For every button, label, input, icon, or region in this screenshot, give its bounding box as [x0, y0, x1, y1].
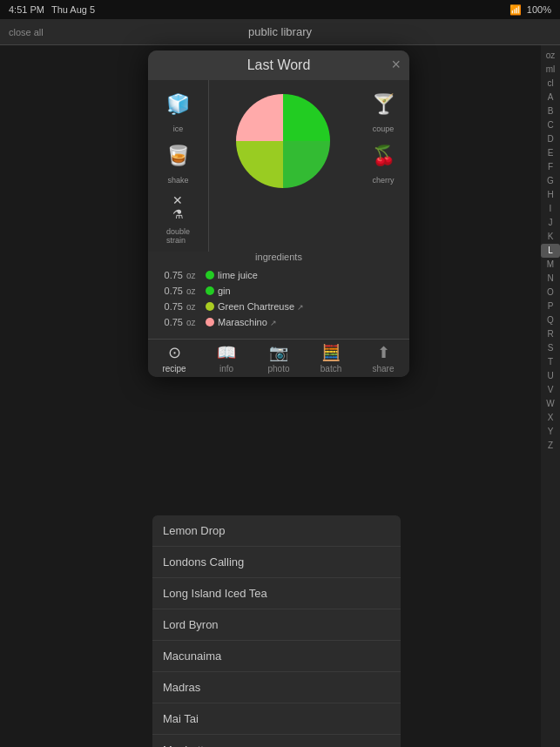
alpha-item-w[interactable]: W [541, 397, 560, 411]
alpha-item-m[interactable]: M [541, 258, 560, 272]
double-strain-icon-item[interactable]: ✕⚗ doublestrain [158, 190, 199, 245]
double-strain-icon: ✕⚗ [158, 190, 199, 225]
alpha-item-oz[interactable]: oz [541, 49, 560, 63]
garnish-panel: 🍸 coupe 🍒 cherry [357, 80, 409, 252]
alpha-item-z[interactable]: Z [541, 439, 560, 453]
alpha-item-t[interactable]: T [541, 355, 560, 369]
main-content: ozmlclABCDEFGHIJKLMNOPQRSTUVWXYZ Last Wo… [0, 45, 560, 747]
tab-share[interactable]: ⬆ share [357, 340, 409, 377]
ingredient-list: 0.75 oz lime juice 0.75 oz gin 0.75 oz G… [157, 267, 401, 330]
photo-tab-icon: 📷 [269, 343, 288, 362]
alpha-item-s[interactable]: S [541, 341, 560, 355]
shake-icon-item[interactable]: 🥃 shake [158, 138, 199, 185]
ingredient-row-1: 0.75 oz gin [157, 283, 401, 299]
alpha-item-cl[interactable]: cl [541, 77, 560, 91]
alpha-item-x[interactable]: X [541, 411, 560, 425]
tab-recipe-label: recipe [162, 364, 186, 374]
alpha-item-u[interactable]: U [541, 369, 560, 383]
alpha-item-y[interactable]: Y [541, 425, 560, 439]
alpha-item-b[interactable]: B [541, 104, 560, 118]
ingredient-row-0: 0.75 oz lime juice [157, 267, 401, 283]
ing-name-3[interactable]: Maraschino ↗ [218, 317, 401, 327]
tab-recipe[interactable]: ⊙ recipe [148, 340, 200, 377]
alpha-item-c[interactable]: C [541, 118, 560, 132]
ing-amount-1: 0.75 [157, 286, 183, 296]
tab-info[interactable]: 📖 info [200, 340, 253, 377]
alpha-item-e[interactable]: E [541, 146, 560, 160]
alpha-item-h[interactable]: H [541, 188, 560, 202]
alpha-item-g[interactable]: G [541, 174, 560, 188]
alphabet-sidebar: ozmlclABCDEFGHIJKLMNOPQRSTUVWXYZ [541, 45, 560, 747]
tab-batch-label: batch [320, 364, 341, 374]
batch-tab-icon: 🧮 [321, 343, 341, 362]
dialog-header: Last Word × [148, 50, 409, 80]
alpha-item-a[interactable]: A [541, 91, 560, 104]
pie-slice-lime [283, 94, 330, 141]
pie-slice-chartreuse [236, 141, 283, 188]
cocktail-item-5[interactable]: Madras [152, 672, 401, 703]
alpha-item-n[interactable]: N [541, 272, 560, 286]
ingredients-title: ingredients [157, 252, 401, 262]
ing-dot-2 [206, 302, 214, 311]
alpha-item-i[interactable]: I [541, 202, 560, 216]
icons-panel: 🧊 ice 🥃 shake ✕⚗ doublestrain [148, 80, 209, 252]
cocktail-item-1[interactable]: Londons Calling [152, 547, 401, 578]
alpha-item-d[interactable]: D [541, 132, 560, 146]
cherry-icon: 🍒 [362, 138, 404, 173]
ing-unit-2: oz [186, 302, 202, 312]
coupe-item[interactable]: 🍸 coupe [362, 87, 404, 133]
cocktail-item-0[interactable]: Lemon Drop [152, 515, 401, 547]
ice-icon-item[interactable]: 🧊 ice [158, 87, 199, 133]
dialog-close-button[interactable]: × [391, 56, 401, 74]
tab-batch[interactable]: 🧮 batch [305, 340, 357, 377]
cherry-label: cherry [372, 176, 394, 185]
battery: 100% [527, 4, 551, 15]
alpha-item-r[interactable]: R [541, 327, 560, 341]
ing-unit-3: oz [186, 318, 202, 327]
cocktail-item-2[interactable]: Long Island Iced Tea [152, 578, 401, 609]
ing-name-2[interactable]: Green Chartreuse ↗ [218, 301, 401, 312]
pie-slice-maraschino [236, 94, 283, 141]
alpha-item-p[interactable]: P [541, 299, 560, 313]
alpha-item-l[interactable]: L [541, 244, 560, 258]
alpha-item-f[interactable]: F [541, 160, 560, 174]
alpha-item-k[interactable]: K [541, 230, 560, 244]
close-all-button[interactable]: close all [9, 27, 44, 37]
tab-photo[interactable]: 📷 photo [253, 340, 305, 377]
time: 4:51 PM [9, 4, 44, 15]
alpha-item-v[interactable]: V [541, 383, 560, 397]
tab-bar: ⊙ recipe 📖 info 📷 photo 🧮 batch ⬆ share [148, 339, 409, 377]
tab-share-label: share [372, 364, 394, 374]
dialog-body: 🧊 ice 🥃 shake ✕⚗ doublestrain [148, 80, 409, 252]
alpha-item-ml[interactable]: ml [541, 63, 560, 77]
recipe-tab-icon: ⊙ [168, 343, 181, 362]
ing-name-0: lime juice [218, 270, 401, 280]
ing-amount-2: 0.75 [157, 301, 183, 312]
shake-icon: 🥃 [158, 138, 199, 173]
app-header: close all public library [0, 19, 560, 45]
pie-area [209, 80, 357, 252]
wifi-icon: 📶 [509, 4, 522, 16]
cocktail-item-7[interactable]: Manhattan [152, 735, 401, 747]
ing-dot-1 [206, 286, 214, 295]
tab-info-label: info [219, 364, 233, 374]
pie-chart [231, 89, 335, 193]
alpha-item-q[interactable]: Q [541, 313, 560, 327]
status-bar-right: 📶 100% [509, 4, 551, 16]
cocktail-list: Lemon DropLondons CallingLong Island Ice… [152, 515, 401, 747]
cherry-item[interactable]: 🍒 cherry [362, 138, 404, 185]
ing-amount-0: 0.75 [157, 270, 183, 280]
tab-photo-label: photo [267, 364, 289, 374]
cocktail-item-3[interactable]: Lord Byron [152, 609, 401, 641]
alpha-item-o[interactable]: O [541, 286, 560, 299]
coupe-icon: 🍸 [362, 87, 404, 122]
status-bar: 4:51 PM Thu Aug 5 📶 100% [0, 0, 560, 19]
alpha-item-j[interactable]: J [541, 216, 560, 230]
ice-label: ice [173, 124, 184, 133]
library-title: public library [248, 25, 312, 38]
status-bar-left: 4:51 PM Thu Aug 5 [9, 4, 95, 15]
cocktail-item-4[interactable]: Macunaima [152, 641, 401, 672]
ing-dot-0 [206, 271, 214, 279]
pie-slice-gin [283, 141, 330, 188]
cocktail-item-6[interactable]: Mai Tai [152, 703, 401, 735]
